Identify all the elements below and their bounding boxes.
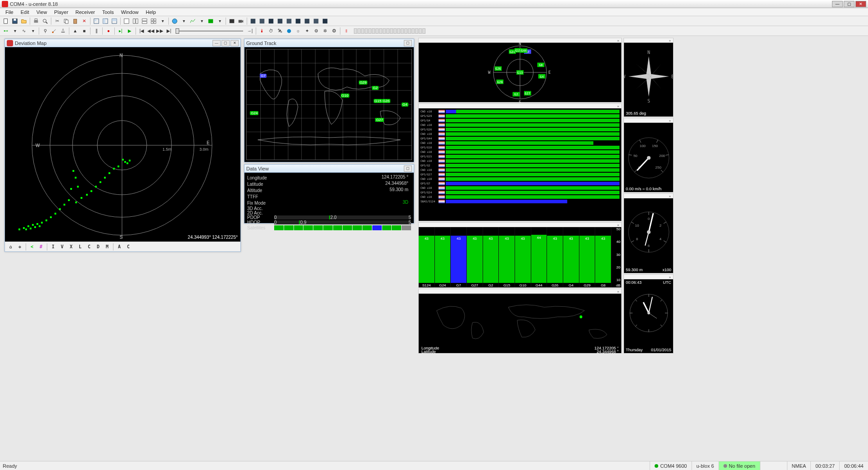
menu-tools[interactable]: Tools xyxy=(99,9,118,15)
save-icon[interactable] xyxy=(11,17,19,25)
panel-7-icon[interactable] xyxy=(303,17,311,25)
dev-d-button[interactable]: D xyxy=(94,243,102,251)
dev-i-button[interactable]: I xyxy=(49,243,57,251)
gear-b-icon[interactable]: ✲ xyxy=(321,27,329,35)
cam-icon[interactable] xyxy=(237,17,245,25)
panel-1-icon[interactable] xyxy=(249,17,257,25)
panel-6-icon[interactable] xyxy=(294,17,302,25)
layout-4-icon[interactable] xyxy=(149,17,158,25)
tool-c-icon[interactable]: ⏃ xyxy=(59,27,67,35)
preview-icon[interactable] xyxy=(41,17,49,25)
table-dd-icon[interactable]: ▾ xyxy=(216,17,224,25)
layout-3-icon[interactable] xyxy=(140,17,149,25)
ground-track-titlebar[interactable]: Ground Track ▢ xyxy=(244,39,414,47)
open-icon[interactable] xyxy=(20,17,28,25)
dev-move-icon[interactable]: ✥ xyxy=(16,243,24,251)
menu-file[interactable]: File xyxy=(2,9,17,15)
maximize-button[interactable]: ▢ xyxy=(844,1,854,7)
menu-edit[interactable]: Edit xyxy=(17,9,33,15)
menu-view[interactable]: View xyxy=(33,9,51,15)
dv-close-button[interactable]: ▢ xyxy=(404,166,412,172)
play-icon[interactable]: ▶ xyxy=(126,27,134,35)
deviation-map-titlebar[interactable]: Deviation Map — ▢ ✕ xyxy=(5,39,240,47)
slider-end-icon[interactable]: →| xyxy=(246,27,254,35)
deviation-map-canvas[interactable]: N S W E 1.5m 3.0m xyxy=(5,47,240,242)
devmap-close-button[interactable]: ✕ xyxy=(231,40,239,46)
minimize-button[interactable]: — xyxy=(832,1,843,7)
eject-icon[interactable]: ▲ xyxy=(71,27,79,35)
sat-d-icon[interactable]: ✦ xyxy=(303,27,311,35)
clock-off-icon[interactable]: ⏱ xyxy=(267,27,275,35)
tool-b-icon[interactable] xyxy=(50,27,58,35)
cut-icon[interactable]: ✂ xyxy=(53,17,61,25)
panel-8-icon[interactable] xyxy=(312,17,320,25)
signal-history-canvas[interactable]: CNO x10GPS/G29GPS/G4CNO x10GPS/G26CNO x1… xyxy=(419,108,621,221)
sat-b-icon[interactable] xyxy=(285,27,293,35)
dev-l-button[interactable]: L xyxy=(76,243,84,251)
dev-filter-icon[interactable]: < xyxy=(28,243,36,251)
signal-icon[interactable]: ⫴ xyxy=(342,27,350,35)
snr-canvas[interactable]: 43S12443G2443G743G2743G243G1543G1044G444… xyxy=(419,227,621,287)
wave-dd-icon[interactable]: ▾ xyxy=(29,27,37,35)
sat-c-icon[interactable]: ☼ xyxy=(294,27,302,35)
dev-c-button[interactable]: C xyxy=(85,243,93,251)
gt-close-button[interactable]: ▢ xyxy=(404,40,412,46)
altitude-canvas[interactable]: 0246810 59.300 m x100 xyxy=(624,198,673,273)
step-icon[interactable]: ▸| xyxy=(117,27,125,35)
next-icon[interactable]: ▶▶ xyxy=(156,27,164,35)
layout-5-icon[interactable]: ▾ xyxy=(158,17,167,25)
panel-2-icon[interactable] xyxy=(258,17,266,25)
connect-dd-icon[interactable]: ▾ xyxy=(11,27,19,35)
dev-grid-icon[interactable]: # xyxy=(37,243,45,251)
new-icon[interactable] xyxy=(2,17,10,25)
gear-a-icon[interactable]: ⚙ xyxy=(312,27,320,35)
panel-3-icon[interactable] xyxy=(267,17,275,25)
menu-window[interactable]: Window xyxy=(118,9,142,15)
skyview-close-icon[interactable]: × xyxy=(616,39,620,42)
layout-2-icon[interactable] xyxy=(131,17,140,25)
wave-icon[interactable]: ∿ xyxy=(20,27,28,35)
speed-close-icon[interactable]: × xyxy=(668,119,672,122)
layout-1-icon[interactable] xyxy=(122,17,131,25)
player-slider[interactable] xyxy=(176,31,243,31)
panel-5-icon[interactable] xyxy=(285,17,293,25)
copy-icon[interactable] xyxy=(62,17,70,25)
sky-view-canvas[interactable]: N S E W G7G24G15G44G8G4G27G2G29G26G13 xyxy=(419,43,621,102)
print-icon[interactable] xyxy=(32,17,40,25)
panel-9-icon[interactable] xyxy=(321,17,329,25)
chart-dd-icon[interactable]: ▾ xyxy=(198,17,206,25)
clock-close-icon[interactable]: × xyxy=(668,275,672,279)
window-c-icon[interactable] xyxy=(110,17,118,25)
record-icon[interactable]: ● xyxy=(104,27,113,35)
chart-a-icon[interactable] xyxy=(189,17,197,25)
table-icon[interactable] xyxy=(207,17,215,25)
close-button[interactable]: ✕ xyxy=(855,1,866,7)
compass-close-icon[interactable]: × xyxy=(668,39,672,42)
dev-x-button[interactable]: X xyxy=(67,243,75,251)
ground-track-canvas[interactable]: G7G24G10G29G2G15G26G27G4 xyxy=(244,47,414,162)
compass-canvas[interactable]: N S E W 305.65 deg xyxy=(624,43,673,116)
thermo-icon[interactable]: 🌡 xyxy=(258,27,266,35)
devmap-min-button[interactable]: — xyxy=(212,40,221,46)
clock-canvas[interactable]: 00:06:43 UTC Thursday xyxy=(624,279,673,353)
dev-v-button[interactable]: V xyxy=(58,243,66,251)
connect-icon[interactable]: ⊷ xyxy=(2,27,10,35)
prev-icon[interactable]: ◀◀ xyxy=(147,27,155,35)
paste-icon[interactable] xyxy=(71,17,79,25)
gear-c-icon[interactable]: ❂ xyxy=(330,27,338,35)
tool-a-icon[interactable]: ⚲ xyxy=(41,27,49,35)
dev-home-icon[interactable]: ⌂ xyxy=(7,243,15,251)
devmap-max-button[interactable]: ▢ xyxy=(222,40,230,46)
skip-prev-icon[interactable]: |◀ xyxy=(138,27,146,35)
menu-help[interactable]: Help xyxy=(142,9,160,15)
menu-player[interactable]: Player xyxy=(50,9,72,15)
sat-a-icon[interactable]: 🛰 xyxy=(276,27,284,35)
globe-dd-icon[interactable]: ▾ xyxy=(180,17,188,25)
mini-map-body[interactable]: Longitude Latitude 124.172205 ° 24.34496… xyxy=(419,294,621,353)
window-a-icon[interactable] xyxy=(92,17,100,25)
speed-canvas[interactable]: 050100150200250 0.00 m/s = 0.0 km/h xyxy=(624,123,673,192)
delete-icon[interactable]: ✕ xyxy=(80,17,88,25)
skip-next-icon[interactable]: ▶| xyxy=(165,27,173,35)
data-view-titlebar[interactable]: Data View ▢ xyxy=(244,165,414,173)
dev-m-button[interactable]: M xyxy=(103,243,111,251)
